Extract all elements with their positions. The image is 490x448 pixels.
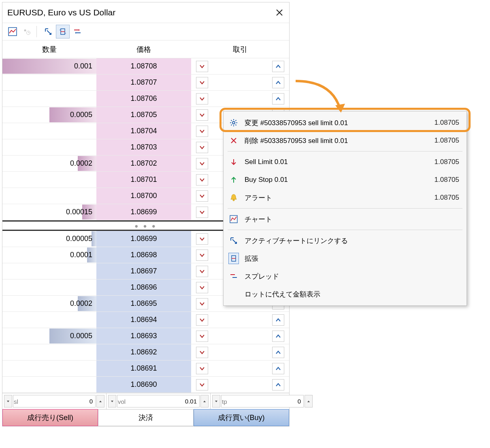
menu-chart[interactable]: チャート [224, 210, 467, 228]
menu-buy-stop[interactable]: Buy Stop 0.01 1.08705 [224, 171, 467, 189]
qty-cell [2, 377, 96, 393]
order-inputs: sl vol tp [2, 393, 289, 409]
qty-cell [2, 172, 96, 188]
price-cell: 1.08702 [96, 156, 191, 171]
sl-input-group: sl [2, 393, 107, 409]
chart-tool-button[interactable] [6, 25, 19, 38]
sell-at-price-button[interactable] [196, 158, 208, 169]
tp-menu-button[interactable] [212, 395, 220, 407]
price-row[interactable]: 1.08694 [2, 312, 289, 328]
trade-cell [191, 344, 289, 360]
close-button[interactable] [275, 8, 284, 17]
price-row[interactable]: 0.0011.08708 [2, 58, 289, 75]
sell-at-price-button[interactable] [196, 250, 208, 261]
header-qty: 数量 [2, 41, 96, 58]
price-cell: 1.08708 [96, 58, 191, 74]
qty-cell [2, 139, 96, 155]
price-row[interactable]: 1.08691 [2, 361, 289, 377]
menu-sell-limit-label: Sell Limit 0.01 [245, 158, 429, 166]
price-row[interactable]: 1.08692 [2, 344, 289, 361]
column-headers: 数量 価格 取引 [2, 41, 289, 58]
sell-at-price-button[interactable] [196, 266, 208, 277]
sell-at-price-button[interactable] [196, 207, 208, 218]
sell-at-price-button[interactable] [196, 109, 208, 121]
menu-spread[interactable]: スプレッド [224, 267, 467, 285]
sell-at-price-button[interactable] [196, 379, 208, 390]
qty-cell: 0.0002 [2, 296, 96, 311]
price-row[interactable]: 1.08706 [2, 91, 289, 107]
buy-at-price-button[interactable] [272, 331, 284, 342]
close-position-button[interactable]: 決済 [98, 409, 194, 426]
price-row[interactable]: 1.08690 [2, 377, 289, 393]
menu-delete-order[interactable]: 削除 #50338570953 sell limit 0.01 1.08705 [224, 132, 467, 149]
price-cell: 1.08703 [96, 139, 191, 155]
sell-at-price-button[interactable] [196, 347, 208, 358]
price-cell: 1.08691 [96, 361, 191, 376]
menu-lots-as-amount[interactable]: ロットに代えて金額表示 [224, 285, 467, 303]
sell-at-price-button[interactable] [196, 298, 208, 309]
sl-input[interactable] [13, 395, 96, 407]
svg-line-18 [236, 120, 236, 121]
chevron-down-icon [199, 112, 205, 118]
buy-at-price-button[interactable] [272, 61, 284, 72]
sell-at-price-button[interactable] [196, 314, 208, 326]
action-buttons: 成行売り(Sell) 決済 成行買い(Buy) [2, 409, 289, 426]
market-buy-button[interactable]: 成行買い(Buy) [194, 409, 289, 426]
svg-line-17 [236, 125, 236, 126]
menu-expand[interactable]: 拡張 [224, 250, 467, 267]
buy-at-price-button[interactable] [272, 93, 284, 105]
price-row[interactable]: 1.08707 [2, 75, 289, 91]
sl-up-button[interactable] [96, 395, 104, 407]
market-sell-button[interactable]: 成行売り(Sell) [2, 409, 98, 426]
vol-input-group: vol [107, 393, 211, 409]
toolbar [2, 23, 289, 41]
trade-cell [191, 377, 289, 393]
link-chart-button[interactable] [41, 25, 55, 38]
tp-up-button[interactable] [305, 395, 313, 407]
vol-input[interactable] [117, 395, 200, 407]
vol-up-button[interactable] [200, 395, 209, 407]
sell-at-price-button[interactable] [196, 93, 208, 105]
sell-at-price-button[interactable] [196, 363, 208, 374]
menu-modify-order[interactable]: 変更 #50338570953 sell limit 0.01 1.08705 [224, 114, 467, 132]
buy-at-price-button[interactable] [272, 347, 284, 358]
price-cell: 1.08694 [96, 312, 191, 328]
price-row[interactable]: 0.00051.08693 [2, 328, 289, 344]
price-cell: 1.08699 [96, 231, 191, 247]
menu-link-active-chart[interactable]: アクティブチャートにリンクする [224, 232, 467, 250]
qty-value: 0.001 [74, 62, 92, 70]
spread-icon [73, 27, 82, 36]
sell-at-price-button[interactable] [196, 77, 208, 88]
time-link-button[interactable] [20, 25, 34, 38]
sell-at-price-button[interactable] [196, 190, 208, 202]
price-cell: 1.08700 [96, 188, 191, 204]
price-cell: 1.08695 [96, 296, 191, 311]
context-menu: 変更 #50338570953 sell limit 0.01 1.08705 … [223, 111, 467, 306]
sell-at-price-button[interactable] [196, 174, 208, 186]
expand-button[interactable] [56, 25, 70, 38]
tp-input[interactable] [221, 395, 304, 407]
sell-at-price-button[interactable] [196, 233, 208, 245]
sell-at-price-button[interactable] [196, 61, 208, 72]
buy-at-price-button[interactable] [272, 314, 284, 326]
menu-buy-stop-value: 1.08705 [435, 176, 459, 184]
menu-spread-label: スプレッド [245, 272, 459, 281]
chevron-down-icon [199, 64, 205, 69]
buy-at-price-button[interactable] [272, 77, 284, 88]
sell-at-price-button[interactable] [196, 142, 208, 153]
sell-at-price-button[interactable] [196, 126, 208, 137]
qty-value: 0.0002 [70, 159, 92, 168]
buy-at-price-button[interactable] [272, 363, 284, 374]
qty-cell [2, 279, 96, 295]
spread-button[interactable] [70, 25, 84, 38]
menu-alert[interactable]: アラート 1.08705 [224, 189, 467, 207]
buy-at-price-button[interactable] [272, 379, 284, 390]
menu-sell-limit[interactable]: Sell Limit 0.01 1.08705 [224, 153, 467, 171]
vol-menu-button[interactable] [108, 395, 116, 407]
chevron-down-icon [199, 382, 205, 388]
sl-menu-button[interactable] [4, 395, 12, 407]
sell-at-price-button[interactable] [196, 282, 208, 293]
bell-icon [228, 192, 239, 203]
qty-cell: 0.0005 [2, 328, 96, 344]
sell-at-price-button[interactable] [196, 331, 208, 342]
